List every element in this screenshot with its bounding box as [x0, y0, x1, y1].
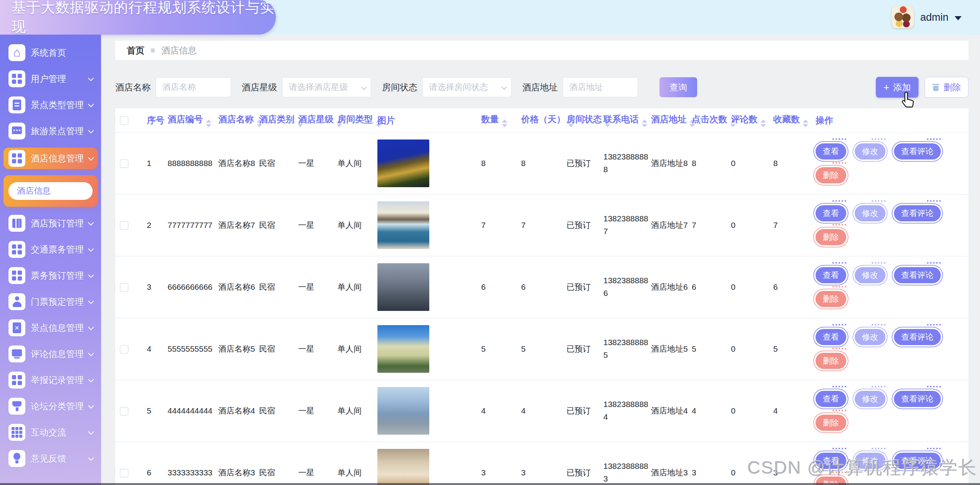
row-delete-button[interactable]: 删除 — [816, 291, 846, 307]
column-header: 房间状态 — [566, 108, 603, 133]
edit-button[interactable]: 修改 — [855, 391, 885, 407]
skyscraper-photo[interactable] — [377, 263, 429, 311]
room-status-label: 房间状态 — [382, 81, 417, 93]
view-comments-button[interactable]: 查看评论 — [894, 267, 941, 283]
sidebar-item[interactable]: 用户管理 — [3, 69, 98, 88]
sort-up-icon — [803, 120, 808, 123]
address-cell: 酒店地址7 — [651, 194, 692, 256]
comments-cell: 0 — [731, 194, 773, 256]
sort-control[interactable] — [761, 120, 766, 127]
plus-icon: + — [884, 82, 889, 92]
sort-control[interactable] — [206, 120, 211, 127]
view-button[interactable]: 查看 — [816, 267, 846, 283]
sidebar-item-label: 票务预订管理 — [31, 270, 84, 282]
view-comments-button[interactable]: 查看评论 — [894, 205, 941, 221]
sidebar-item[interactable]: 票务预订管理 — [3, 266, 98, 285]
night-resort-photo[interactable] — [377, 140, 429, 187]
chat-icon — [8, 123, 25, 140]
view-button[interactable]: 查看 — [816, 143, 846, 159]
category-cell: 民宿 — [259, 256, 298, 318]
window-bottom-edge — [0, 483, 980, 485]
edit-button[interactable]: 修改 — [855, 329, 885, 345]
hotel-star-label: 酒店星级 — [242, 81, 277, 93]
view-button[interactable]: 查看 — [816, 205, 846, 221]
row-checkbox[interactable] — [120, 345, 128, 354]
row-delete-button[interactable]: 删除 — [816, 353, 846, 369]
sidebar-item[interactable]: 酒店信息管理 — [3, 148, 98, 169]
sort-control[interactable] — [502, 120, 507, 127]
image-cell — [377, 318, 481, 380]
view-comments-button[interactable]: 查看评论 — [894, 391, 941, 407]
row-delete-button[interactable]: 删除 — [816, 229, 846, 245]
hotel-id-cell: 4444444444 — [168, 380, 218, 442]
sidebar-item[interactable]: 系统首页 — [3, 43, 98, 62]
actions-cell: 查看修改查看评论删除 — [816, 194, 968, 256]
resort-pool-photo[interactable] — [377, 201, 429, 249]
row-checkbox[interactable] — [120, 283, 128, 292]
home-icon — [8, 44, 25, 61]
hotel-star-select[interactable]: 请选择酒店星级 — [282, 77, 371, 97]
select-all-checkbox[interactable] — [120, 116, 128, 125]
comments-cell: 0 — [731, 133, 773, 194]
sidebar-item[interactable]: 酒店预订管理 — [3, 214, 98, 233]
sort-down-icon — [206, 124, 211, 127]
row-delete-button[interactable]: 删除 — [816, 167, 846, 183]
sidebar-item[interactable]: 交通票务管理 — [3, 240, 98, 259]
clipboard-x-icon — [8, 319, 25, 336]
breadcrumb-current: 酒店信息 — [161, 45, 197, 56]
sidebar-item[interactable]: 意见反馈 — [3, 449, 98, 468]
star-cell: 一星 — [298, 442, 337, 485]
row-checkbox[interactable] — [120, 469, 128, 477]
sidebar-item[interactable]: 门票预定管理 — [3, 292, 98, 311]
hotel-address-input[interactable]: 酒店地址 — [563, 77, 638, 97]
column-header: 图片 — [377, 108, 481, 133]
sidebar-item[interactable]: 举报记录管理 — [3, 370, 98, 390]
user-avatar[interactable] — [892, 6, 914, 28]
sidebar-item[interactable]: 评论信息管理 — [3, 344, 98, 364]
favorites-cell: 5 — [773, 318, 816, 380]
table-row: 54444444444酒店名称4民宿一星单人间44已预订13823888884酒… — [115, 380, 968, 442]
sidebar-item[interactable]: 互动交流 — [3, 423, 98, 442]
row-checkbox[interactable] — [120, 159, 128, 168]
sidebar-item[interactable]: 论坛分类管理 — [3, 397, 98, 416]
chandelier-photo[interactable] — [377, 449, 429, 485]
sidebar-subitem[interactable]: 酒店信息 — [8, 182, 93, 200]
sidebar-item[interactable]: 景点信息管理 — [3, 318, 98, 337]
sidebar-item[interactable]: 旅游景点管理 — [3, 121, 98, 141]
favorites-cell: 8 — [773, 133, 816, 194]
row-checkbox[interactable] — [120, 407, 128, 415]
chevron-down-icon — [88, 298, 94, 304]
index-cell: 3 — [141, 256, 168, 318]
grid4-icon — [8, 241, 25, 258]
category-cell: 民宿 — [259, 318, 298, 380]
chevron-down-icon — [88, 75, 94, 81]
row-checkbox[interactable] — [120, 221, 128, 230]
delete-button[interactable]: 删除 — [925, 77, 968, 98]
search-button[interactable]: 查询 — [659, 77, 697, 97]
edit-button[interactable]: 修改 — [855, 143, 885, 159]
room-status-select[interactable]: 请选择房间状态 — [422, 77, 512, 97]
sort-control[interactable] — [803, 120, 808, 127]
clicks-cell: 4 — [692, 380, 731, 442]
hotel-name-input[interactable]: 酒店名称 — [156, 77, 231, 97]
glass-towers-photo[interactable] — [377, 387, 429, 435]
room-status-cell: 已预订 — [566, 318, 603, 380]
view-comments-button[interactable]: 查看评论 — [894, 329, 941, 345]
edit-button[interactable]: 修改 — [855, 205, 885, 221]
add-button[interactable]: + 添加 — [876, 77, 919, 98]
user-menu[interactable]: admin — [892, 0, 962, 35]
sort-control[interactable] — [642, 120, 647, 127]
hotel-building-photo[interactable] — [377, 325, 429, 373]
trash-icon — [932, 83, 940, 91]
row-delete-button[interactable]: 删除 — [816, 415, 846, 431]
sidebar-item-label: 评论信息管理 — [31, 348, 84, 360]
favorites-cell: 7 — [773, 194, 816, 256]
breadcrumb-home[interactable]: 首页 — [127, 45, 145, 56]
edit-button[interactable]: 修改 — [855, 267, 885, 283]
app-title-banner: 基于大数据驱动的行程规划系统设计与实现 — [0, 0, 276, 35]
view-button[interactable]: 查看 — [816, 329, 846, 345]
view-button[interactable]: 查看 — [816, 391, 846, 407]
image-cell — [377, 442, 481, 485]
sidebar-item[interactable]: 景点类型管理 — [3, 95, 98, 115]
view-comments-button[interactable]: 查看评论 — [894, 143, 941, 159]
